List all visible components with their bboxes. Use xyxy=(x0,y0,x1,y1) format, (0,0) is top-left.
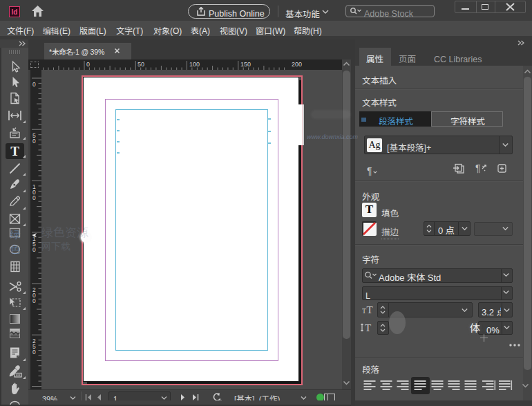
svg-text:200: 200 xyxy=(292,61,302,68)
svg-text:0: 0 xyxy=(86,61,90,68)
svg-text:0: 0 xyxy=(32,297,36,304)
svg-text:0: 0 xyxy=(32,246,36,253)
svg-text:50: 50 xyxy=(137,61,144,68)
svg-text:0: 0 xyxy=(32,81,36,88)
svg-text:150: 150 xyxy=(240,61,251,68)
svg-text:0: 0 xyxy=(32,138,36,145)
svg-text:0: 0 xyxy=(32,349,36,356)
svg-text:¶: ¶ xyxy=(475,163,481,174)
svg-text:T: T xyxy=(362,307,366,315)
svg-text:100: 100 xyxy=(189,61,200,68)
svg-text:0: 0 xyxy=(32,194,36,201)
svg-text:T: T xyxy=(365,322,371,333)
svg-text:T: T xyxy=(367,305,373,315)
